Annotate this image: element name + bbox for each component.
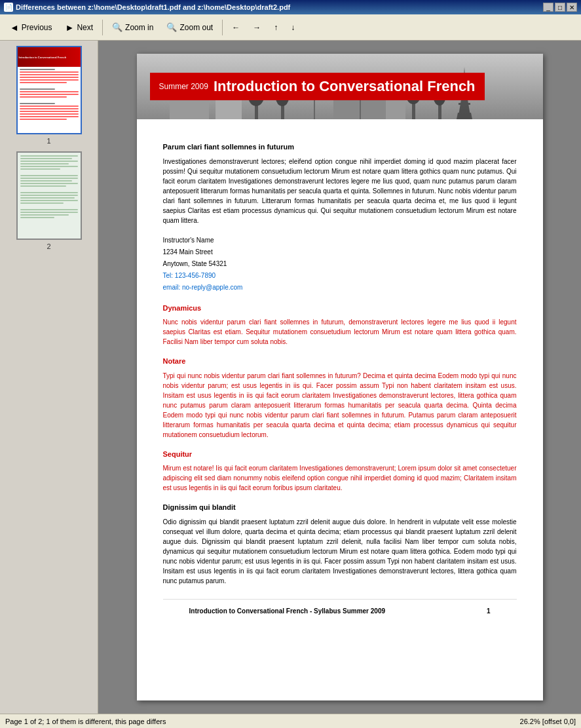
thumbnail-frame-1: Introduction to Conversational French xyxy=(16,46,82,134)
zoom-out-label: Zoom out xyxy=(179,23,213,32)
page-header-overlay: Summer 2009 Introduction to Conversation… xyxy=(137,54,543,119)
window-title: Differences between z:\home\Desktop\draf… xyxy=(16,3,543,11)
thumb-line xyxy=(20,74,79,75)
thumb2-line xyxy=(20,214,69,216)
thumb2-line xyxy=(20,166,78,167)
minimize-button[interactable]: _ xyxy=(543,3,553,12)
thumb-line xyxy=(20,91,79,92)
nav-down-button[interactable]: ↓ xyxy=(285,18,301,37)
section3-paragraph: Typi qui nunc nobis videntur parum clari… xyxy=(163,371,517,440)
thumb-content xyxy=(18,67,81,122)
page2-preview xyxy=(18,153,81,239)
thumb2-line xyxy=(20,155,78,157)
thumbnail-page1-number: 1 xyxy=(47,137,50,145)
thumb2-line xyxy=(20,212,78,213)
page-footer: Introduction to Conversational French - … xyxy=(163,599,517,623)
section2-heading: Dynamicus xyxy=(163,303,517,314)
next-button[interactable]: ► Next xyxy=(60,18,100,37)
thumb-line xyxy=(20,108,79,109)
thumb2-line xyxy=(20,202,64,204)
main-area: Introduction to Conversational French xyxy=(0,41,581,714)
status-bar: Page 1 of 2; 1 of them is different, thi… xyxy=(0,714,581,728)
status-zoom-info: 26.2% [offset 0,0] xyxy=(520,718,576,725)
section2-paragraph: Nunc nobis videntur parum clari fiant so… xyxy=(163,317,517,347)
thumb-line xyxy=(20,116,79,117)
left-arrow-icon: ◄ xyxy=(10,22,19,33)
thumb2-line xyxy=(20,178,78,179)
nav-down-icon: ↓ xyxy=(291,23,295,32)
sidebar: Introduction to Conversational French xyxy=(0,41,98,714)
thumb2-line xyxy=(20,197,75,199)
thumb-line xyxy=(20,113,79,115)
zoom-in-label: Zoom in xyxy=(125,23,153,32)
section5-paragraph: Odio dignissim qui blandit praesent lupt… xyxy=(163,517,517,586)
document-page: Summer 2009 Introduction to Conversation… xyxy=(137,54,543,700)
thumb2-line xyxy=(20,217,55,218)
instructor-address: 1234 Main Street xyxy=(163,246,517,258)
thumb2-line xyxy=(20,209,78,210)
thumb2-line xyxy=(20,200,78,201)
status-page-info: Page 1 of 2; 1 of them is different, thi… xyxy=(5,718,166,725)
thumbnail-page2-number: 2 xyxy=(47,242,50,250)
nav-up-button[interactable]: ↑ xyxy=(268,18,284,37)
section4-heading: Sequitur xyxy=(163,449,517,460)
nav-left-icon: ← xyxy=(232,23,240,32)
thumb-line xyxy=(20,79,79,81)
thumb-line xyxy=(20,94,79,95)
footer-left-text: Introduction to Conversational French - … xyxy=(189,606,386,616)
footer-right-text: 1 xyxy=(487,606,491,616)
nav-right-button[interactable]: → xyxy=(247,18,267,37)
thumb2-line xyxy=(20,175,78,176)
nav-right-icon: → xyxy=(253,23,261,32)
section1-heading: Parum clari fiant sollemnes in futurum xyxy=(163,142,517,153)
page1-preview: Introduction to Conversational French xyxy=(18,47,81,133)
document-view[interactable]: Summer 2009 Introduction to Conversation… xyxy=(98,41,581,714)
instructor-phone: Tel: 123-456-7890 xyxy=(163,270,517,282)
thumb-line xyxy=(20,111,79,112)
page-title: Introduction to Conversational French xyxy=(214,78,476,95)
thumb-line xyxy=(20,69,55,70)
toolbar: ◄ Previous ► Next 🔍 Zoom in 🔍 Zoom out ←… xyxy=(0,14,581,41)
summer-label: Summer 2009 xyxy=(159,82,208,91)
header-red-band: Summer 2009 Introduction to Conversation… xyxy=(150,73,485,100)
section1-paragraph: Investigationes demonstraverunt lectores… xyxy=(163,157,517,225)
nav-left-button[interactable]: ← xyxy=(226,18,246,37)
thumb-line xyxy=(20,77,79,78)
instructor-info: Instructor's Name 1234 Main Street Anyto… xyxy=(163,235,517,294)
zoom-out-icon: 🔍 xyxy=(166,22,177,32)
instructor-city: Anytown, State 54321 xyxy=(163,258,517,270)
previous-label: Previous xyxy=(22,23,52,32)
page-header-image: Summer 2009 Introduction to Conversation… xyxy=(137,54,543,119)
thumbnail-page2[interactable]: 2 xyxy=(5,151,92,250)
thumb2-line xyxy=(20,185,66,187)
thumb2-line xyxy=(20,158,72,159)
thumb-header: Introduction to Conversational French xyxy=(18,47,81,67)
close-button[interactable]: ✕ xyxy=(567,3,577,12)
title-bar: 📄 Differences between z:\home\Desktop\dr… xyxy=(0,0,581,14)
thumb-title: Introduction to Conversational French xyxy=(19,56,67,59)
window-controls: _ □ ✕ xyxy=(543,3,577,12)
zoom-in-icon: 🔍 xyxy=(112,22,122,32)
app-icon: 📄 xyxy=(4,3,13,12)
section5-heading: Dignissim qui blandit xyxy=(163,502,517,513)
maximize-button[interactable]: □ xyxy=(555,3,565,12)
thumb-line xyxy=(20,82,67,83)
zoom-in-button[interactable]: 🔍 Zoom in xyxy=(106,18,159,37)
separator-2 xyxy=(222,20,223,35)
zoom-out-button[interactable]: 🔍 Zoom out xyxy=(160,18,219,37)
thumb2-line xyxy=(20,168,61,170)
thumb-line xyxy=(20,103,55,104)
nav-up-icon: ↑ xyxy=(274,23,278,32)
section3-heading: Notare xyxy=(163,356,517,367)
previous-button[interactable]: ◄ Previous xyxy=(4,18,58,37)
section4-paragraph: Mirum est notare! Iis qui facit eorum cl… xyxy=(163,463,517,493)
thumb2-line xyxy=(20,161,78,162)
thumb2-line xyxy=(20,163,69,164)
thumb-line xyxy=(20,105,79,107)
instructor-email: email: no-reply@apple.com xyxy=(163,282,517,294)
next-label: Next xyxy=(77,23,93,32)
thumb-line xyxy=(20,96,67,98)
thumb-line xyxy=(20,88,55,90)
thumb2-line xyxy=(20,195,78,196)
thumbnail-page1[interactable]: Introduction to Conversational French xyxy=(5,46,92,145)
